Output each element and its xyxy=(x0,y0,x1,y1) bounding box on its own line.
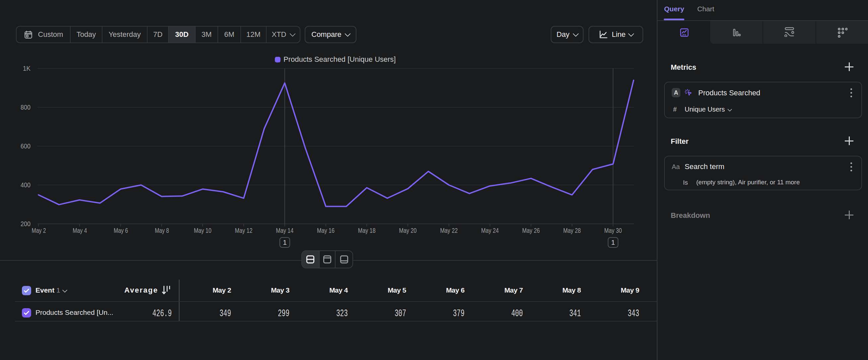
svg-text:800: 800 xyxy=(21,103,31,111)
svg-text:1K: 1K xyxy=(23,64,31,72)
svg-text:May 26: May 26 xyxy=(522,226,540,234)
svg-text:1: 1 xyxy=(611,239,615,246)
svg-text:May 2: May 2 xyxy=(32,226,46,234)
svg-text:May 16: May 16 xyxy=(317,226,335,234)
svg-text:May 30: May 30 xyxy=(604,226,622,234)
svg-text:600: 600 xyxy=(21,142,31,150)
svg-text:May 24: May 24 xyxy=(481,226,499,234)
svg-text:May 4: May 4 xyxy=(72,226,87,234)
svg-text:May 20: May 20 xyxy=(399,226,417,234)
svg-text:May 22: May 22 xyxy=(440,226,458,234)
svg-text:May 8: May 8 xyxy=(155,226,169,234)
svg-text:May 28: May 28 xyxy=(563,226,581,234)
svg-text:May 6: May 6 xyxy=(114,226,128,234)
svg-text:200: 200 xyxy=(21,220,31,227)
svg-text:May 10: May 10 xyxy=(194,226,212,234)
svg-text:May 12: May 12 xyxy=(235,226,253,234)
svg-text:May 14: May 14 xyxy=(276,226,293,234)
svg-text:400: 400 xyxy=(21,181,31,189)
svg-text:May 18: May 18 xyxy=(358,226,376,234)
svg-text:1: 1 xyxy=(283,239,287,246)
